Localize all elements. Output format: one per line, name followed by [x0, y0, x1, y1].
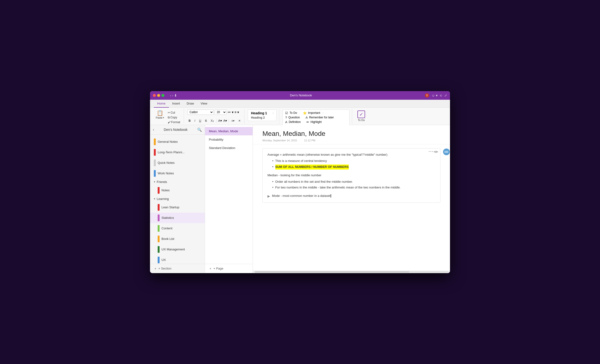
- tags-row-2: ? Question A Remember for later: [285, 115, 347, 120]
- tags-row-3: A Definition ✏ Highlight: [285, 120, 347, 124]
- page-item-mean-median[interactable]: Mean, Median, Mode: [205, 127, 253, 135]
- scroll-thumb[interactable]: [255, 271, 409, 273]
- tab-insert[interactable]: Insert: [169, 100, 184, 108]
- sidebar-item-ux[interactable]: UX: [150, 255, 205, 264]
- format-button[interactable]: 🖌 Format: [167, 120, 181, 124]
- content-box-resize: ◀▶: [433, 150, 438, 153]
- note-bullet-1: This is a measure of central tendency: [272, 159, 435, 164]
- copy-button[interactable]: ⧉ Copy: [167, 115, 181, 120]
- section-label-ux: UX: [161, 258, 201, 262]
- tab-draw[interactable]: Draw: [183, 100, 197, 108]
- sidebar-item-general-notes[interactable]: General Notes: [150, 137, 205, 147]
- font-family-select[interactable]: Calibri: [187, 110, 214, 115]
- sidebar-item-content[interactable]: Content: [150, 223, 205, 234]
- window-title: Den's Notebook: [177, 93, 425, 97]
- close-button[interactable]: [153, 94, 156, 97]
- definition-tag-icon: A: [285, 120, 287, 124]
- friends-group-label: Friends: [157, 180, 167, 184]
- sidebar-sections: General Notes Long-Term Planni... Quick …: [150, 135, 205, 264]
- sidebar-item-long-term[interactable]: Long-Term Planni...: [150, 147, 205, 158]
- highlight-tag-icon: ✏: [307, 120, 309, 124]
- list-numbers-icon[interactable]: ≡ ▾: [234, 110, 239, 114]
- sidebar-item-book-list[interactable]: Book List: [150, 234, 205, 244]
- tab-view[interactable]: View: [197, 100, 211, 108]
- bullet-3-text: Order all numbers in the set and find th…: [275, 179, 353, 184]
- minimize-button[interactable]: [157, 94, 160, 97]
- sidebar-item-statistics[interactable]: Statistics: [150, 213, 205, 223]
- tag-remember[interactable]: A Remember for later: [305, 115, 334, 120]
- sidebar-item-quick-notes[interactable]: Quick Notes: [150, 158, 205, 168]
- font-group: Calibri 20 ≔ ▾ ≡ ▾ B I U S X₂ A▾ A▾: [185, 109, 244, 124]
- horizontal-scrollbar[interactable]: [253, 271, 450, 273]
- add-page-button[interactable]: ＋ + Page: [205, 264, 253, 273]
- strikethrough-button[interactable]: S: [204, 119, 208, 123]
- group-header-learning[interactable]: ▾ Learning: [150, 196, 205, 202]
- italic-button[interactable]: I: [193, 119, 197, 123]
- profile-icon[interactable]: ☺ ▾: [431, 93, 438, 97]
- tag-definition[interactable]: A Definition: [285, 120, 301, 124]
- section-color-longterm: [154, 149, 156, 156]
- tag-question[interactable]: ? Question: [285, 115, 300, 120]
- align-button[interactable]: ≡▾: [230, 119, 236, 123]
- sidebar-item-work-notes[interactable]: Work Notes: [150, 168, 205, 179]
- page-item-probability[interactable]: Probability: [205, 135, 253, 144]
- clipboard-group: 📋 Paste ▾ ✂ Cut ⧉ Copy: [152, 109, 184, 124]
- forward-button[interactable]: ›: [172, 93, 173, 97]
- maximize-button[interactable]: [161, 94, 164, 97]
- section-color-notes: [158, 187, 159, 194]
- underline-button[interactable]: U: [198, 119, 202, 123]
- question-tag-icon: ?: [285, 116, 287, 119]
- styles-panel: Heading 1 › Heading 2: [248, 110, 277, 121]
- tags-row-1: ☑ To Do ⭐ Important ›: [285, 111, 347, 115]
- ribbon-content: 📋 Paste ▾ ✂ Cut ⧉ Copy: [150, 108, 450, 125]
- ribbon-tabs: Home Insert Draw View: [150, 100, 450, 108]
- friends-group-arrow: ▾: [154, 180, 155, 183]
- page-item-standard-deviation[interactable]: Standard Deviation: [205, 144, 253, 152]
- sidebar-item-lean-startup[interactable]: Lean Startup: [150, 202, 205, 213]
- back-button[interactable]: ‹: [170, 93, 171, 97]
- section-color-booklist: [158, 236, 159, 242]
- section-color-statistics: [158, 215, 159, 221]
- highlight-color-button[interactable]: A▾: [218, 119, 222, 122]
- tag-todo[interactable]: ☑ To Do: [285, 111, 297, 115]
- scroll-track[interactable]: [255, 271, 448, 273]
- list-bullets-icon[interactable]: ≔ ▾: [227, 110, 234, 114]
- clear-format-button[interactable]: ✕: [237, 119, 242, 123]
- sidebar-back-button[interactable]: ‹: [153, 128, 154, 132]
- section-label-general: General Notes: [158, 140, 201, 143]
- note-content-box[interactable]: • • • ◀▶ DD Average = arithmetic mean (o…: [262, 148, 441, 203]
- sidebar-item-notes[interactable]: Notes: [150, 185, 205, 196]
- style-heading2[interactable]: Heading 2: [249, 115, 275, 120]
- content-toolbar-dots[interactable]: • • •: [429, 150, 433, 153]
- quick-access-icon[interactable]: ⬇: [174, 93, 177, 97]
- tag-highlight[interactable]: ✏ Highlight: [306, 120, 322, 124]
- navigation-controls: ‹ › ⬇: [170, 93, 177, 97]
- style-heading1[interactable]: Heading 1 ›: [249, 111, 275, 115]
- font-color-button[interactable]: A▾: [224, 119, 227, 122]
- title-bar: ‹ › ⬇ Den's Notebook 1 ☺ ▾ ⎋ ⤢: [150, 91, 450, 100]
- section-label-longterm: Long-Term Planni...: [158, 150, 201, 154]
- group-header-friends[interactable]: ▾ Friends: [150, 179, 205, 185]
- add-section-icon: ＋: [154, 266, 157, 271]
- bold-button[interactable]: B: [187, 119, 192, 123]
- sidebar-item-ux-management[interactable]: UX Management: [150, 244, 205, 255]
- add-section-button[interactable]: ＋ + Section: [150, 264, 205, 273]
- mode-arrow-icon[interactable]: ▶: [267, 194, 270, 198]
- subscript-button[interactable]: X₂: [210, 119, 215, 123]
- note-section-median: Median - looking for the middle number O…: [267, 173, 435, 190]
- font-size-select[interactable]: 20: [215, 110, 226, 115]
- share-icon[interactable]: ⎋: [440, 93, 442, 97]
- note-body[interactable]: • • • ◀▶ DD Average = arithmetic mean (o…: [253, 144, 450, 271]
- cut-button[interactable]: ✂ Cut: [167, 111, 181, 115]
- section-color-general: [154, 139, 156, 145]
- expand-icon[interactable]: ⤢: [444, 93, 447, 97]
- tag-important[interactable]: ⭐ Important ›: [302, 111, 324, 115]
- todo-button[interactable]: ✓ To Do: [356, 110, 367, 122]
- tab-home[interactable]: Home: [154, 100, 169, 108]
- sidebar: ‹ Den's Notebook 🔍 General Notes Long-Te…: [150, 125, 205, 273]
- todo-tag-icon: ☑: [285, 111, 288, 115]
- section-label-content: Content: [161, 226, 201, 230]
- paste-button[interactable]: 📋 Paste ▾: [154, 110, 166, 120]
- section-color-uxmgmt: [158, 246, 159, 253]
- sidebar-search-button[interactable]: 🔍: [197, 128, 202, 132]
